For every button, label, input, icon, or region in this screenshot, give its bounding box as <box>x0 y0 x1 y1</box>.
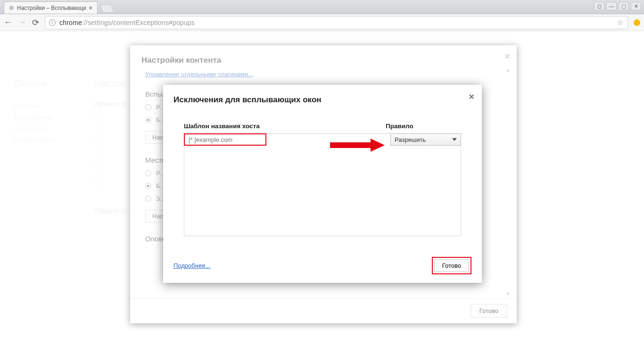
user-icon[interactable]: ◻ <box>594 2 604 10</box>
browser-tab[interactable]: ⚙ Настройки – Всплывающи × <box>4 1 98 14</box>
popup-exceptions-title: Исключения для всплывающих окон <box>173 95 471 105</box>
close-tab-icon[interactable]: × <box>89 5 92 11</box>
host-pattern-input[interactable] <box>184 133 266 146</box>
toolbar: ← → ⟳ i chrome://settings/contentExcepti… <box>0 14 644 31</box>
back-button[interactable]: ← <box>4 17 12 27</box>
reload-button[interactable]: ⟳ <box>32 17 39 28</box>
minimize-button[interactable]: — <box>606 2 617 10</box>
chevron-down-icon <box>452 138 457 141</box>
forward-button[interactable]: → <box>18 17 26 27</box>
address-bar[interactable]: i chrome://settings/contentExceptions#po… <box>45 16 628 29</box>
bookmark-star-icon[interactable]: ☆ <box>617 18 624 27</box>
close-window-button[interactable]: ✕ <box>631 2 641 10</box>
browser-tabstrip: ⚙ Настройки – Всплывающи × ◻ — ▢ ✕ <box>0 0 644 14</box>
col-rule-header: Правило <box>386 123 461 130</box>
maximize-button[interactable]: ▢ <box>619 2 629 10</box>
exceptions-table: Разрешить <box>184 133 461 236</box>
extension-icon[interactable] <box>634 19 640 26</box>
exceptions-table-header: Шаблон названия хоста Правило <box>173 123 471 130</box>
rule-select-value: Разрешить <box>395 136 426 143</box>
popup-exceptions-modal: Исключения для всплывающих окон × Шаблон… <box>163 85 482 283</box>
learn-more-link[interactable]: Подробнее... <box>173 262 210 269</box>
rule-select[interactable]: Разрешить <box>390 133 461 146</box>
done-button[interactable]: Готово <box>434 259 469 272</box>
gear-icon: ⚙ <box>9 5 14 11</box>
exception-row: Разрешить <box>184 134 461 146</box>
done-highlight: Готово <box>432 257 471 274</box>
col-host-header: Шаблон названия хоста <box>184 123 386 130</box>
url-text: chrome://settings/contentExceptions#popu… <box>59 19 195 26</box>
site-info-icon[interactable]: i <box>49 19 56 26</box>
tab-title: Настройки – Всплывающи <box>17 5 86 11</box>
close-icon[interactable]: × <box>469 91 474 102</box>
new-tab-button[interactable] <box>100 4 115 13</box>
